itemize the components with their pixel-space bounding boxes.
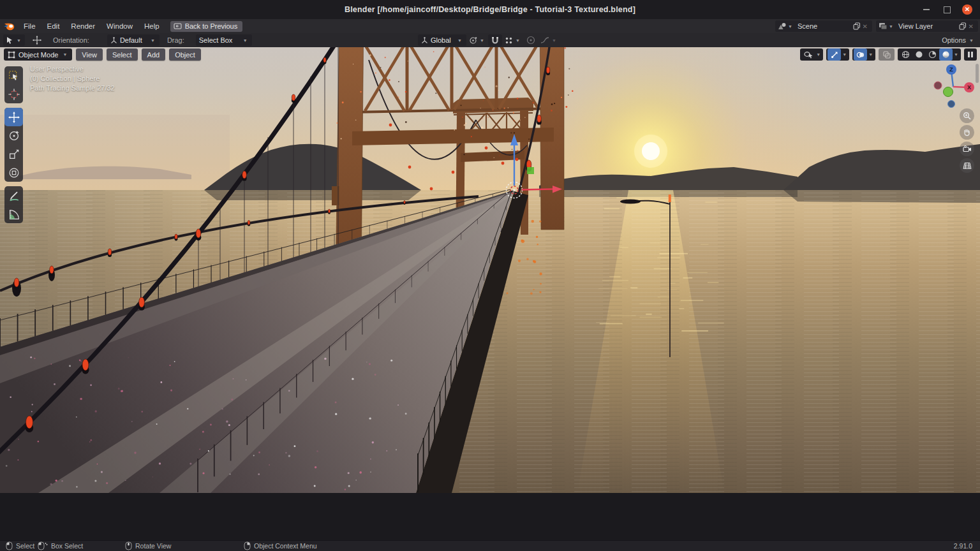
active-tool-icon <box>6 36 14 45</box>
orientation-dropdown[interactable]: Default ▼ <box>107 34 160 46</box>
magnet-icon <box>491 36 499 45</box>
mouse-right-icon <box>244 541 251 550</box>
chevron-down-icon: ▼ <box>953 52 960 57</box>
object-menu[interactable]: Object <box>169 48 201 61</box>
tool-rotate[interactable] <box>4 126 23 145</box>
orientation-label: Orientation: <box>53 36 89 44</box>
menu-file[interactable]: File <box>18 19 41 33</box>
scene-selector[interactable]: ▼ Scene ✕ <box>775 20 872 32</box>
select-menu[interactable]: Select <box>107 48 138 61</box>
view-layer-icon <box>879 22 887 30</box>
tool-select-box[interactable] <box>4 66 23 85</box>
pause-render-button[interactable] <box>964 48 977 61</box>
zoom-icon[interactable] <box>960 108 974 123</box>
new-layer-icon[interactable] <box>959 22 967 30</box>
window-title: Blender [/home/jaincoff/Desktop/Bridge/B… <box>345 5 635 14</box>
chevron-down-icon: ▼ <box>787 24 794 29</box>
title-bar: Blender [/home/jaincoff/Desktop/Bridge/B… <box>0 0 980 19</box>
mode-value: Object Mode <box>19 51 58 59</box>
proportional-falloff-dropdown[interactable]: ▼ <box>540 34 558 46</box>
maximize-button[interactable] <box>942 4 952 15</box>
close-button[interactable]: ✕ <box>962 4 972 15</box>
minimize-button[interactable] <box>921 4 932 15</box>
view-menu[interactable]: View <box>76 48 103 61</box>
rendered-shading-icon[interactable] <box>939 48 953 61</box>
blender-version: 2.91.0 <box>954 541 972 551</box>
menu-help[interactable]: Help <box>138 19 165 33</box>
chevron-down-icon: ▼ <box>841 52 848 57</box>
orientation-value: Default <box>120 36 147 44</box>
blender-logo-icon[interactable] <box>0 22 18 31</box>
perspective-grid-icon[interactable] <box>960 158 974 173</box>
camera-view-icon[interactable] <box>960 142 974 156</box>
global-axes-icon <box>421 37 428 44</box>
status-select: Select <box>6 541 34 551</box>
view-layer-selector[interactable]: ▼ View Layer ✕ <box>876 20 978 32</box>
chevron-down-icon: ▼ <box>815 52 822 57</box>
tool-transform[interactable] <box>4 163 23 182</box>
status-rotate-view: Rotate View <box>125 541 171 551</box>
options-label: Options <box>942 36 966 44</box>
status-bar: Select Box Select Rotate View Object Con… <box>0 540 980 551</box>
overlays-icon <box>854 48 867 61</box>
status-box-select: Box Select <box>38 541 83 551</box>
shading-modes: ▼ <box>898 48 961 61</box>
tool-move[interactable] <box>4 108 23 126</box>
selectability-dropdown[interactable]: ▼ <box>800 48 823 61</box>
viewport-scrollbar[interactable] <box>976 64 979 83</box>
tool-cursor[interactable] <box>4 85 23 103</box>
viewport-nav-buttons <box>960 108 974 173</box>
render-progress: Path Tracing Sample 27/32 <box>30 84 115 93</box>
mouse-middle-icon <box>125 541 132 550</box>
chevron-down-icon: ▼ <box>149 38 156 43</box>
scene-name: Scene <box>794 22 853 30</box>
tool-measure[interactable] <box>4 205 23 223</box>
new-scene-icon[interactable] <box>853 22 861 30</box>
scene-icon <box>778 22 787 30</box>
status-context-menu: Object Context Menu <box>244 541 317 551</box>
back-screen-icon <box>174 23 182 30</box>
tool-scale[interactable] <box>4 145 23 163</box>
unlink-scene-icon[interactable]: ✕ <box>861 23 870 30</box>
add-menu[interactable]: Add <box>142 48 166 61</box>
solid-shading-icon[interactable] <box>912 48 926 61</box>
xray-toggle[interactable] <box>879 48 895 61</box>
object-mode-icon <box>8 51 15 59</box>
chevron-down-icon: ▼ <box>15 38 22 43</box>
options-dropdown[interactable]: Options ▼ <box>942 36 975 44</box>
back-to-previous-button[interactable]: Back to Previous <box>170 21 243 32</box>
viewport-header: Object Mode ▼ View Select Add Object <box>4 48 201 61</box>
chevron-down-icon: ▼ <box>968 38 975 43</box>
gizmos-dropdown[interactable]: ▼ <box>826 48 849 61</box>
tool-annotate[interactable] <box>4 186 23 205</box>
overlays-dropdown[interactable]: ▼ <box>852 48 875 61</box>
pan-hand-icon[interactable] <box>960 125 974 140</box>
snap-toggle[interactable] <box>488 34 502 46</box>
wireframe-shading-icon[interactable] <box>899 48 912 61</box>
chevron-down-icon: ▼ <box>867 52 874 57</box>
material-shading-icon[interactable] <box>926 48 939 61</box>
snap-settings-dropdown[interactable]: ▼ <box>505 34 521 46</box>
mouse-left-drag-icon <box>38 541 48 550</box>
pivot-point-dropdown[interactable]: ▼ <box>469 34 486 46</box>
view-name: User Perspective <box>30 64 115 74</box>
menu-window[interactable]: Window <box>101 19 138 33</box>
active-object: (0) Collection | Sphere <box>30 74 115 84</box>
remove-layer-icon[interactable]: ✕ <box>967 23 976 30</box>
viewport-toolbar <box>4 66 23 223</box>
menu-edit[interactable]: Edit <box>41 19 66 33</box>
drag-dropdown[interactable]: Select Box ▼ <box>196 34 252 46</box>
viewport-render <box>0 0 980 493</box>
pause-icon <box>967 51 974 58</box>
chevron-down-icon: ▼ <box>242 38 249 43</box>
menu-render[interactable]: Render <box>65 19 101 33</box>
move-widget-icon[interactable] <box>30 34 44 46</box>
chevron-down-icon: ▼ <box>551 38 558 43</box>
orientation-axes-icon <box>110 37 117 44</box>
mode-dropdown[interactable]: Object Mode ▼ <box>4 48 72 61</box>
viewport-header-right: ▼ ▼ ▼ <box>800 48 977 61</box>
active-tool-button[interactable]: ▼ <box>3 34 25 46</box>
transform-orientation-dropdown[interactable]: Global ▼ <box>418 34 466 46</box>
proportional-circle-icon <box>526 36 535 45</box>
proportional-editing-toggle[interactable] <box>524 34 538 46</box>
